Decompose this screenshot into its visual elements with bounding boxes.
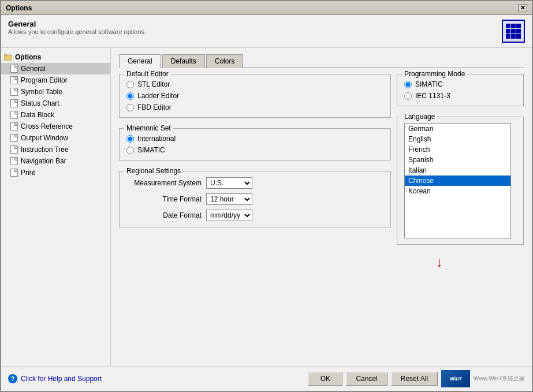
date-format-select[interactable]: mm/dd/yy dd/mm/yy yy/mm/dd (206, 210, 252, 221)
international-radio[interactable] (126, 135, 134, 143)
panels-row: Default Editor STL Editor Ladder Editor … (119, 74, 524, 251)
icon-cell (506, 34, 510, 39)
icon-cell (516, 24, 521, 28)
reset-all-button[interactable]: Reset All (391, 372, 438, 386)
bottom-arrow-container: ↓ (119, 251, 524, 270)
sidebar-symbol-table-label: Symbol Table (21, 88, 62, 96)
symbol-table-doc-icon (9, 87, 18, 96)
watermark-logo: Win7 (441, 370, 470, 387)
right-groups: Programming Mode SIMATIC IEC 1131-3 Lang… (397, 74, 524, 251)
date-format-row: Date Format mm/dd/yy dd/mm/yy yy/mm/dd (126, 210, 383, 221)
icon-cell (511, 34, 516, 39)
time-format-row: Time Format 12 hour 24 hour (126, 193, 383, 205)
tab-general[interactable]: General (119, 54, 161, 68)
svg-rect-1 (4, 54, 7, 55)
language-item-english[interactable]: English (405, 134, 510, 144)
language-item-italian[interactable]: Italian (405, 165, 510, 176)
data-block-doc-icon (9, 110, 18, 120)
sidebar-item-program-editor[interactable]: Program Editor (1, 74, 110, 86)
left-groups: Default Editor STL Editor Ladder Editor … (119, 74, 391, 251)
logo-text: Win7 (449, 376, 461, 382)
navigation-bar-doc-icon (9, 156, 18, 166)
time-format-label: Time Format (126, 195, 202, 203)
ladder-label: Ladder Editor (137, 92, 179, 100)
ok-button[interactable]: OK (308, 372, 342, 386)
time-format-select[interactable]: 12 hour 24 hour (206, 193, 252, 205)
down-arrow-icon: ↓ (436, 254, 443, 270)
international-label: International (137, 135, 176, 143)
radio-fbd[interactable]: FBD Editor (126, 103, 383, 111)
svg-rect-0 (4, 55, 12, 61)
sidebar-program-editor-label: Program Editor (21, 76, 68, 84)
sidebar-cross-reference-label: Cross Reference (21, 122, 73, 130)
help-section[interactable]: ? Click for Help and Support (8, 374, 102, 383)
watermark-text: Www.Win7系统之家 (474, 375, 525, 383)
measurement-select[interactable]: U.S. Metric (206, 177, 252, 189)
icon-cell (511, 24, 516, 28)
sidebar-item-output-window[interactable]: Output Window (1, 132, 110, 144)
sidebar-item-symbol-table[interactable]: Symbol Table (1, 86, 110, 98)
sidebar-item-status-chart[interactable]: Status Chart (1, 98, 110, 109)
regional-settings-title: Regional Settings (124, 167, 183, 175)
sidebar-instruction-tree-label: Instruction Tree (21, 145, 69, 154)
fbd-radio[interactable] (126, 104, 134, 111)
default-editor-title: Default Editor (124, 70, 171, 78)
sidebar-item-options[interactable]: Options (1, 51, 110, 63)
default-editor-group: Default Editor STL Editor Ladder Editor … (119, 74, 391, 118)
language-item-korean[interactable]: Korean (405, 186, 510, 196)
radio-international[interactable]: International (126, 135, 383, 143)
language-item-spanish[interactable]: Spanish (405, 155, 510, 165)
options-window: Options ✕ General Allows you to configur… (0, 0, 533, 392)
radio-iec[interactable]: IEC 1131-3 (404, 92, 516, 100)
measurement-row: Measurement System U.S. Metric (126, 177, 383, 189)
language-item-chinese[interactable]: Chinese (405, 176, 510, 186)
stl-label: STL Editor (137, 80, 170, 88)
fbd-label: FBD Editor (137, 103, 172, 111)
general-doc-icon (9, 64, 18, 73)
help-text: Click for Help and Support (21, 375, 102, 383)
icon-cell (506, 24, 510, 28)
radio-simatic-prog[interactable]: SIMATIC (404, 80, 516, 88)
icon-cell (516, 34, 521, 39)
sidebar-general-label: General (21, 65, 46, 73)
cancel-button[interactable]: Cancel (346, 372, 387, 386)
language-group: Language German English French Spanish I… (397, 117, 524, 245)
simatic-prog-radio[interactable] (404, 81, 412, 88)
right-panel: General Defaults Colors Default Editor S… (111, 48, 532, 366)
header-title: General (8, 20, 502, 28)
sidebar-item-print[interactable]: Print (1, 167, 110, 178)
language-list[interactable]: German English French Spanish Italian Ch… (404, 123, 511, 238)
sidebar-item-general[interactable]: General (1, 63, 110, 74)
language-item-french[interactable]: French (405, 144, 510, 155)
mnemonic-set-title: Mnemonic Set (124, 124, 173, 132)
sidebar-item-navigation-bar[interactable]: Navigation Bar (1, 155, 110, 167)
close-button[interactable]: ✕ (518, 4, 527, 12)
programming-mode-group: Programming Mode SIMATIC IEC 1131-3 (397, 74, 524, 106)
icon-cell (506, 29, 510, 33)
header-text: General Allows you to configure general … (8, 20, 502, 35)
ladder-radio[interactable] (126, 92, 134, 100)
icon-grid (506, 24, 521, 39)
sidebar-item-instruction-tree[interactable]: Instruction Tree (1, 144, 110, 155)
simatic-mnemonic-radio[interactable] (126, 147, 134, 154)
header-subtitle: Allows you to configure general software… (8, 28, 502, 35)
radio-ladder[interactable]: Ladder Editor (126, 92, 383, 100)
tabs-row: General Defaults Colors (119, 54, 524, 68)
print-doc-icon (9, 168, 18, 177)
sidebar-item-data-block[interactable]: Data Block (1, 109, 110, 121)
sidebar-print-label: Print (21, 169, 35, 177)
simatic-mnemonic-label: SIMATIC (137, 146, 165, 154)
iec-label: IEC 1131-3 (415, 92, 450, 100)
tab-colors[interactable]: Colors (206, 54, 244, 68)
radio-simatic-mnemonic[interactable]: SIMATIC (126, 146, 383, 154)
header-icon (502, 20, 525, 43)
sidebar-item-cross-reference[interactable]: Cross Reference (1, 121, 110, 132)
sidebar-data-block-label: Data Block (21, 111, 54, 119)
watermark-area: OK Cancel Reset All Win7 Www.Win7系统之家 (308, 370, 525, 387)
stl-radio[interactable] (126, 81, 134, 88)
radio-stl[interactable]: STL Editor (126, 80, 383, 88)
iec-radio[interactable] (404, 92, 412, 100)
language-item-german[interactable]: German (405, 124, 510, 134)
tab-defaults[interactable]: Defaults (162, 54, 205, 68)
status-chart-doc-icon (9, 99, 18, 108)
